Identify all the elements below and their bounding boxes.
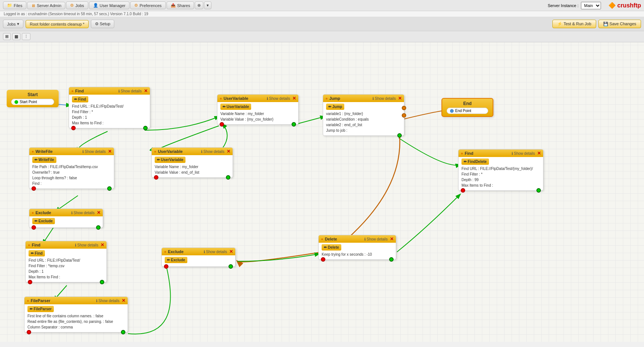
start-point-label: Start Point (20, 100, 37, 104)
start-point-icon (14, 100, 18, 104)
find2-line4: Max Items to Find : (29, 274, 104, 280)
find1-badge: ✏ Find (72, 96, 88, 102)
uv1-show-details[interactable]: ℹ Show details (267, 96, 290, 101)
wf-header: ● WriteFile ℹ Show details ✕ (29, 148, 114, 155)
del-close-button[interactable]: ✕ (390, 236, 394, 242)
end-point-icon (450, 109, 454, 113)
del-badge: ✏ Delete (322, 244, 341, 251)
find1-title: Find (75, 89, 84, 93)
uv2-close-button[interactable]: ✕ (227, 149, 230, 154)
ex1-green-dot (96, 225, 101, 230)
jump-node: ● Jump ℹ Show details ✕ ✏ Jump variable1… (323, 94, 404, 136)
jobs-dropdown-button[interactable]: Jobs ▾ (3, 20, 23, 28)
fp-line2: Read entire file as {file_contents}, no … (27, 319, 125, 324)
ex2-close-button[interactable]: ✕ (229, 249, 233, 254)
ex2-show-details[interactable]: ℹ Show details (204, 250, 227, 254)
ex2-header: ● Exclude ℹ Show details ✕ (162, 248, 235, 255)
test-run-button[interactable]: ⚡ Test & Run Job (552, 20, 596, 28)
nav-usermanager-button[interactable]: 👤 User Manager (89, 1, 130, 9)
jump-line2: variableCondition : equals (326, 117, 401, 122)
start-point-button[interactable]: Start Point (11, 99, 54, 105)
ex1-orange-icon: ● (32, 210, 34, 215)
fd-close-button[interactable]: ✕ (537, 151, 541, 156)
fileparser-node: ● FileParser ℹ Show details ✕ ✏ FilePars… (24, 297, 128, 333)
end-point-label: End Point (455, 109, 471, 113)
find2-show-details[interactable]: ℹ Show details (75, 243, 98, 247)
uv1-close-button[interactable]: ✕ (292, 96, 296, 101)
nav-serveradmin-button[interactable]: 🖥 Server Admin (27, 2, 65, 9)
del-header: ● Delete ℹ Show details ✕ (319, 235, 396, 243)
fd-show-details[interactable]: ℹ Show details (512, 151, 535, 156)
uv2-green-dot (226, 175, 230, 180)
ex1-show-details[interactable]: ℹ Show details (71, 211, 95, 215)
nav-files-button[interactable]: 📁 Files (3, 1, 26, 9)
fd-green-dot (536, 188, 541, 193)
ex1-badge: ✏ Exclude (32, 218, 55, 224)
del-show-details[interactable]: ℹ Show details (364, 237, 388, 241)
wf-body: ✏ WriteFile File Path : FILE://FtpData/T… (29, 155, 114, 189)
fd-line4: Max Items to Find : (461, 183, 540, 188)
jump-orange-dot1 (402, 106, 406, 110)
find1-body: ✏ Find Find URL : FILE://FtpData/Test/ F… (69, 95, 150, 128)
uv2-body: ✏ UserVariable Variable Name : my_folder… (152, 155, 233, 177)
prefs-icon: ⚙ (134, 3, 138, 8)
canvas-tool-1[interactable]: ⊞ (3, 33, 11, 40)
uv1-title: UserVariable (224, 96, 249, 101)
ex1-close-button[interactable]: ✕ (97, 210, 101, 215)
find2-body: ✏ Find Find URL : FILE://FtpData/Test/ F… (26, 249, 106, 282)
jump-close-button[interactable]: ✕ (398, 96, 402, 101)
find2-node: ● Find ℹ Show details ✕ ✏ Find Find URL … (25, 241, 107, 282)
end-node: End End Point (441, 98, 493, 117)
fp-close-button[interactable]: ✕ (122, 298, 125, 303)
wf-show-details[interactable]: ℹ Show details (82, 150, 106, 154)
save-changes-label: 💾 Save Changes (603, 22, 636, 26)
uv2-show-details[interactable]: ℹ Show details (201, 150, 224, 154)
find1-header: ● Find ℹ Show details ✕ (69, 87, 150, 95)
wf-red-dot (32, 186, 36, 191)
setup-link-button[interactable]: ⚙ Setup (91, 20, 115, 28)
fd-line1: Find URL : FILE://FtpData/Test/{my_folde… (461, 166, 540, 171)
find1-close-button[interactable]: ✕ (144, 88, 148, 94)
find1-show-details[interactable]: ℹ Show details (118, 89, 142, 93)
nav-extra-button1[interactable]: ⊕ (195, 1, 203, 9)
nav-shares-button[interactable]: 📤 Shares (167, 1, 194, 9)
nav-preferences-button[interactable]: ⚙ Preferences (130, 1, 165, 9)
uv1-body: ✏ UserVariable Variable Name : my_folder… (217, 102, 298, 124)
find1-line1: Find URL : FILE://FtpData/Test/ (72, 104, 147, 109)
wf-badge: ✏ WriteFile (32, 157, 56, 163)
nav-jobs-button[interactable]: ⚙ Jobs (66, 1, 88, 9)
find2-badge: ✏ Find (29, 250, 45, 256)
wf-close-button[interactable]: ✕ (108, 149, 112, 154)
nav-preferences-label: Preferences (139, 3, 161, 8)
fp-header: ● FileParser ℹ Show details ✕ (24, 297, 128, 304)
toolbar: Jobs ▾ Root folder contents cleanup * ⚙ … (0, 17, 644, 31)
nav-files-label: Files (14, 3, 22, 8)
fp-badge: ✏ FileParser (27, 306, 54, 312)
save-changes-button[interactable]: 💾 Save Changes (598, 20, 641, 28)
end-point-button[interactable]: End Point (447, 108, 488, 114)
uv2-title: UserVariable (158, 149, 183, 154)
jump-show-details[interactable]: ℹ Show details (372, 96, 396, 101)
fd-badge: ✏ FindDelete (461, 158, 489, 165)
ex2-orange-icon: ● (164, 249, 167, 254)
canvas-tool-3[interactable]: ⋮ (22, 33, 30, 40)
wf-title: WriteFile (36, 149, 53, 154)
fp-show-details[interactable]: ℹ Show details (96, 299, 119, 303)
uv2-orange-icon: ● (154, 149, 157, 154)
find2-close-button[interactable]: ✕ (101, 242, 104, 248)
find1-line2: Find Filter : * (72, 109, 147, 115)
nav-extra-button2[interactable]: ▾ (204, 1, 211, 9)
find1-orange-icon: ● (71, 89, 74, 93)
ex1-header: ● Exclude ℹ Show details ✕ (29, 209, 103, 216)
uv1-orange-icon: ● (220, 96, 222, 101)
server-instance-select[interactable]: Main (581, 2, 601, 9)
wf-line2: Overwrite? : true (32, 170, 111, 175)
files-icon: 📁 (7, 3, 12, 8)
test-run-label: ⚡ Test & Run Job (557, 22, 591, 26)
canvas-tool-2[interactable]: ▦ (12, 33, 20, 40)
ex2-badge: ✏ Exclude (165, 257, 187, 263)
job-canvas: Start Start Point End End Point ● Find ℹ… (0, 42, 644, 342)
active-job-tab[interactable]: Root folder contents cleanup * (26, 20, 88, 28)
login-info-text: Logged in as : crushadmin (Session timeo… (4, 12, 148, 16)
del-title: Delete (325, 237, 337, 241)
